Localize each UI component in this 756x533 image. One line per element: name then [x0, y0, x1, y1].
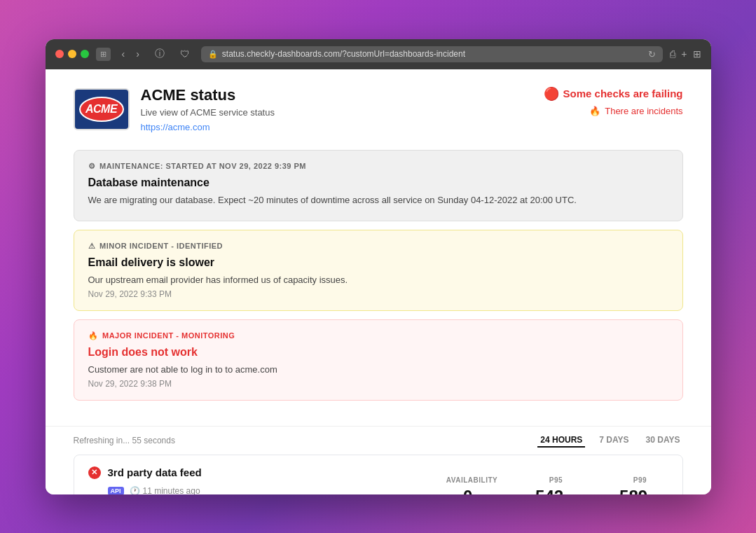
major-title: Login does not work [88, 346, 668, 359]
service-header: ✕ 3rd party data feed [88, 466, 444, 479]
address-bar[interactable]: 🔒 status.checkly-dashboards.com/?customU… [201, 46, 663, 62]
url-text: status.checkly-dashboards.com/?customUrl… [222, 49, 644, 59]
minor-timestamp: Nov 29, 2022 9:33 PM [88, 289, 668, 299]
service-left: ✕ 3rd party data feed API 🕐 11 minutes a… [88, 466, 444, 494]
new-tab-button[interactable]: + [681, 48, 687, 60]
maintenance-card: ⚙ MAINTENANCE: STARTED AT Nov 29, 2022 9… [74, 150, 683, 221]
fire-icon-major: 🔥 [88, 331, 99, 340]
browser-chrome: ⊞ ‹ › ⓘ 🛡 🔒 status.checkly-dashboards.co… [46, 39, 711, 69]
service-card: ✕ 3rd party data feed API 🕐 11 minutes a… [74, 455, 683, 494]
browser-content: ACME ACME status Live view of ACME servi… [46, 69, 711, 494]
forward-button[interactable]: › [132, 47, 144, 61]
minor-label: ⚠ MINOR INCIDENT - IDENTIFIED [88, 242, 668, 251]
maintenance-icon: ⚙ [88, 162, 96, 171]
major-timestamp: Nov 29, 2022 9:38 PM [88, 379, 668, 389]
browser-actions: ⎙ + ⊞ [670, 48, 701, 60]
maintenance-label: ⚙ MAINTENANCE: STARTED AT Nov 29, 2022 9… [88, 162, 668, 171]
brand-info: ACME status Live view of ACME service st… [141, 86, 275, 133]
shield-button[interactable]: 🛡 [176, 47, 194, 61]
info-button[interactable]: ⓘ [151, 46, 169, 62]
error-icon: 🔴 [544, 86, 559, 102]
tab-7d[interactable]: 7 DAYS [596, 434, 631, 448]
service-row-content: ✕ 3rd party data feed API 🕐 11 minutes a… [88, 466, 668, 494]
page-container: ACME ACME status Live view of ACME servi… [46, 69, 711, 426]
maintenance-description: We are migrating our database. Expect ~2… [88, 195, 668, 205]
reload-button[interactable]: ↻ [648, 49, 656, 60]
maximize-button[interactable] [81, 50, 89, 58]
service-error-icon: ✕ [88, 466, 101, 479]
minor-description: Our upstream email provider has informed… [88, 275, 668, 285]
refresh-text: Refreshing in... 55 seconds [74, 436, 175, 445]
tab-30d[interactable]: 30 DAYS [643, 434, 683, 448]
p95-value: 542ms [528, 487, 584, 494]
clock-icon: 🕐 [130, 486, 140, 494]
acme-oval: ACME [79, 97, 124, 122]
minimize-button[interactable] [68, 50, 76, 58]
service-name: 3rd party data feed [108, 466, 202, 478]
maintenance-title: Database maintenance [88, 176, 668, 189]
brand-section: ACME ACME status Live view of ACME servi… [74, 86, 275, 133]
availability-stat: AVAILABILITY 0% 0% [444, 476, 500, 494]
service-stats: AVAILABILITY 0% 0% P95 542ms ▲ +0 [444, 476, 668, 494]
traffic-lights [55, 50, 89, 58]
acme-logo: ACME [74, 88, 130, 130]
fire-icon: 🔥 [589, 106, 600, 116]
checks-failing-status: 🔴 Some checks are failing [544, 86, 683, 102]
page-header: ACME ACME status Live view of ACME servi… [74, 86, 683, 133]
close-button[interactable] [55, 50, 64, 58]
incidents-text: There are incidents [605, 106, 682, 116]
minor-title: Email delivery is slower [88, 256, 668, 269]
brand-link[interactable]: https://acme.com [141, 122, 210, 132]
major-description: Customer are not able to log in to to ac… [88, 364, 668, 375]
time-ago: 🕐 11 minutes ago [130, 486, 200, 494]
checks-failing-text: Some checks are failing [563, 88, 683, 99]
nav-buttons: ‹ › [118, 47, 144, 61]
tab-24h[interactable]: 24 HOURS [537, 434, 585, 448]
p99-label: P99 [612, 476, 668, 484]
tabs-button[interactable]: ⊞ [693, 48, 701, 60]
availability-label: AVAILABILITY [444, 476, 500, 484]
browser-window: ⊞ ‹ › ⓘ 🛡 🔒 status.checkly-dashboards.co… [46, 39, 711, 494]
share-button[interactable]: ⎙ [670, 48, 675, 60]
time-ago-text: 11 minutes ago [143, 486, 200, 494]
api-badge: API [108, 487, 124, 494]
page-title: ACME status [141, 86, 275, 104]
availability-value: 0% [444, 487, 500, 494]
window-layout-button[interactable]: ⊞ [96, 48, 111, 61]
incidents-status[interactable]: 🔥 There are incidents [589, 106, 682, 116]
p99-value: 589ms [612, 487, 668, 494]
service-meta: API 🕐 11 minutes ago [108, 486, 444, 494]
minor-incident-card: ⚠ MINOR INCIDENT - IDENTIFIED Email deli… [74, 230, 683, 311]
maintenance-label-text: MAINTENANCE: STARTED AT Nov 29, 2022 9:3… [99, 162, 306, 170]
lock-icon: 🔒 [208, 50, 218, 59]
p95-label: P95 [528, 476, 584, 484]
major-label: 🔥 MAJOR INCIDENT - MONITORING [88, 331, 668, 340]
bottom-bar: Refreshing in... 55 seconds 24 HOURS 7 D… [46, 426, 711, 455]
warning-icon: ⚠ [88, 242, 96, 251]
time-tabs: 24 HOURS 7 DAYS 30 DAYS [537, 434, 682, 448]
acme-logo-text: ACME [85, 103, 117, 116]
page-subtitle: Live view of ACME service status [141, 107, 275, 118]
minor-label-text: MINOR INCIDENT - IDENTIFIED [99, 242, 223, 250]
status-summary: 🔴 Some checks are failing 🔥 There are in… [544, 86, 683, 116]
p99-stat: P99 589ms ▲ +0.1% [612, 476, 668, 494]
p95-stat: P95 542ms ▲ +0.2% [528, 476, 584, 494]
back-button[interactable]: ‹ [118, 47, 130, 61]
major-incident-card: 🔥 MAJOR INCIDENT - MONITORING Login does… [74, 319, 683, 401]
major-label-text: MAJOR INCIDENT - MONITORING [102, 331, 235, 340]
